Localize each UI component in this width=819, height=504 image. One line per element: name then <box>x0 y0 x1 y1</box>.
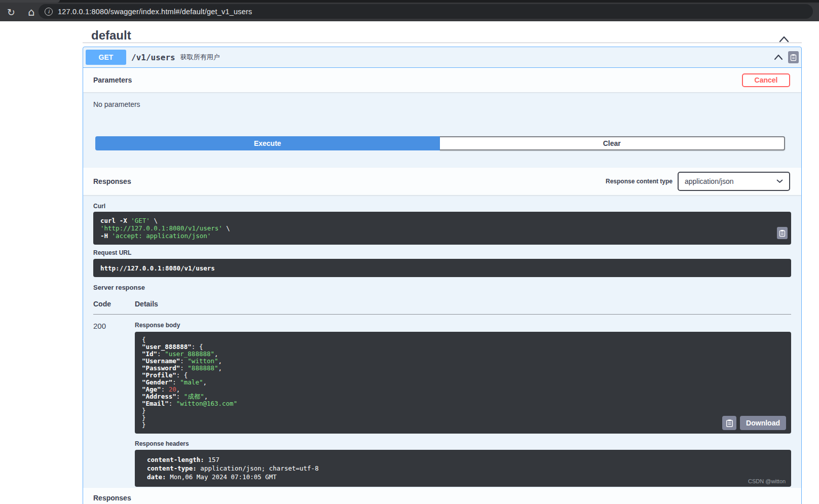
parameters-body: No parameters <box>83 92 801 122</box>
clipboard-copy-icon <box>790 54 797 61</box>
clipboard-copy-icon <box>779 229 786 237</box>
details-column-header: Details <box>135 300 791 308</box>
request-url-value: http://127.0.0.1:8080/v1/users <box>100 264 215 272</box>
curl-label: Curl <box>93 203 791 210</box>
documented-responses-header: Responses <box>83 488 801 504</box>
response-content-type-select[interactable]: application/json <box>678 172 790 191</box>
parameters-title: Parameters <box>93 76 132 84</box>
request-url-block: http://127.0.0.1:8080/v1/users <box>93 259 791 277</box>
home-icon: ⌂ <box>28 6 34 18</box>
endpoint-path: /v1/users <box>131 53 175 62</box>
documented-responses-title: Responses <box>93 494 131 502</box>
response-content-type-value: application/json <box>685 177 734 185</box>
collapse-tag-chevron-up-icon[interactable] <box>779 36 789 43</box>
code-column-header: Code <box>93 300 135 308</box>
opblock-summary[interactable]: GET /v1/users 获取所有用户 <box>83 47 801 68</box>
response-body-block: { "user_888888": { "Id": "user_888888", … <box>135 332 791 434</box>
tag-title: default <box>91 28 131 43</box>
collapse-operation-chevron-up-icon[interactable] <box>774 54 783 60</box>
response-content-type-label: Response content type <box>606 178 673 185</box>
copy-curl-button[interactable] <box>777 227 788 239</box>
request-url-label: Request URL <box>93 249 791 256</box>
no-parameters-text: No parameters <box>93 100 140 108</box>
responses-inner: Curl curl -X 'GET' \ 'http://127.0.0.1:8… <box>83 195 801 487</box>
browser-toolbar: ↻ ⌂ i 127.0.0.1:8080/swagger/index.html#… <box>0 0 819 21</box>
responses-section-header: Responses Response content type applicat… <box>83 168 801 195</box>
curl-command-block: curl -X 'GET' \ 'http://127.0.0.1:8080/v… <box>93 212 791 245</box>
address-url[interactable]: 127.0.0.1:8080/swagger/index.html#/defau… <box>58 8 252 16</box>
execute-button[interactable]: Execute <box>95 136 440 150</box>
response-row-200: 200 Response body { "user_888888": { "Id… <box>93 315 791 487</box>
http-method-badge: GET <box>86 50 126 65</box>
responses-title: Responses <box>93 177 131 185</box>
endpoint-summary: 获取所有用户 <box>180 53 220 62</box>
tab-strip <box>0 0 819 3</box>
chevron-down-icon <box>776 179 783 183</box>
watermark-text: CSDN @witton <box>748 478 786 484</box>
status-code: 200 <box>93 322 106 330</box>
copy-response-button[interactable] <box>722 416 736 430</box>
copy-endpoint-button[interactable] <box>788 51 799 63</box>
server-response-label: Server response <box>93 284 791 291</box>
clipboard-copy-icon <box>726 419 733 428</box>
server-response-table: Code Details 200 Response body { "user_8… <box>93 300 791 487</box>
reload-icon: ↻ <box>7 7 15 18</box>
response-headers-label: Response headers <box>135 440 791 447</box>
response-body-label: Response body <box>135 322 791 329</box>
cancel-button[interactable]: Cancel <box>742 73 790 87</box>
response-headers-block: content-length: 157content-type: applica… <box>135 450 791 487</box>
site-info-icon[interactable]: i <box>45 8 53 16</box>
execute-wrapper: Execute Clear <box>83 122 801 168</box>
opblock-get-v1-users: GET /v1/users 获取所有用户 Parameters <box>83 47 802 504</box>
parameters-section-header: Parameters Cancel <box>83 68 801 92</box>
reload-button[interactable]: ↻ <box>4 5 18 19</box>
address-bar[interactable]: i 127.0.0.1:8080/swagger/index.html#/def… <box>39 4 813 19</box>
tag-section-header[interactable]: default <box>83 21 802 43</box>
download-button[interactable]: Download <box>740 416 786 430</box>
home-button[interactable]: ⌂ <box>24 5 39 19</box>
clear-button[interactable]: Clear <box>440 136 786 150</box>
swagger-page: default GET /v1/users 获取所有用户 <box>0 21 819 504</box>
